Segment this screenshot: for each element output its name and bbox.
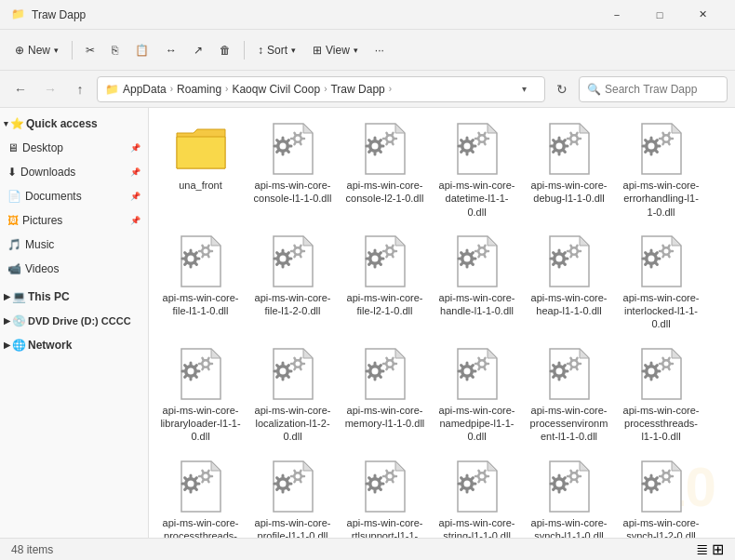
dll-svg (270, 460, 316, 513)
svg-line-215 (207, 358, 208, 360)
dll-icon (449, 346, 505, 402)
file-item-f8[interactable]: api-ms-win-core-file-l2-1-0.dll (341, 228, 429, 337)
search-input[interactable] (605, 83, 707, 96)
svg-line-125 (300, 246, 301, 247)
sidebar-quick-access-header[interactable]: ▾ ⭐ Quick access (0, 112, 148, 136)
file-label: api-ms-win-core-synch-l1-2-0.dll (621, 516, 702, 538)
grid-view-button[interactable]: ≣ (696, 540, 708, 558)
sidebar-music[interactable]: 🎵 Music (0, 233, 148, 257)
svg-point-83 (663, 137, 668, 141)
file-item-f17[interactable]: api-ms-win-core-processthreads-l1-1-0.dl… (617, 340, 705, 449)
paste-button[interactable]: 📋 (127, 35, 156, 65)
file-item-f3[interactable]: api-ms-win-core-datetime-l1-1-0.dll (433, 115, 521, 224)
svg-line-52 (478, 133, 479, 135)
sidebar-videos[interactable]: 📹 Videos (0, 257, 148, 281)
file-item-f7[interactable]: api-ms-win-core-file-l1-2-0.dll (248, 228, 337, 337)
file-item-f23[interactable]: api-ms-win-core-synch-l1-2-0.dll (617, 453, 705, 538)
details-view-button[interactable]: ⊞ (712, 540, 724, 558)
delete-button[interactable]: 🗑 (212, 35, 238, 65)
cut-button[interactable]: ✂ (78, 35, 102, 65)
svg-line-259 (461, 365, 462, 367)
svg-line-327 (287, 487, 288, 489)
svg-line-143 (392, 246, 393, 247)
file-item-f22[interactable]: api-ms-win-core-synch-l1-1-0.dll (525, 453, 613, 538)
file-item-f10[interactable]: api-ms-win-core-heap-l1-1-0.dll (525, 228, 613, 337)
file-item-f21[interactable]: api-ms-win-core-string-l1-1-0.dll (433, 453, 521, 538)
file-item-f16[interactable]: api-ms-win-core-processenvironment-l1-1-… (525, 340, 613, 449)
svg-line-53 (484, 133, 485, 135)
breadcrumb-kaoqw[interactable]: Kaoqw Civil Coop (232, 83, 320, 96)
svg-line-287 (576, 358, 577, 360)
sort-button[interactable]: ↕ Sort ▾ (250, 35, 303, 65)
breadcrumb-traw-dapp[interactable]: Traw Dapp (330, 83, 384, 96)
back-button[interactable]: ← (7, 76, 33, 102)
file-item-f4[interactable]: api-ms-win-core-debug-l1-1-0.dll (525, 115, 613, 224)
sidebar-thispc-header[interactable]: ▶ 💻 This PC (0, 285, 148, 309)
address-dropdown-button[interactable]: ▾ (511, 76, 537, 102)
file-item-f6[interactable]: api-ms-win-core-file-l1-1-0.dll (156, 228, 245, 337)
svg-line-305 (668, 358, 669, 360)
file-item-f11[interactable]: api-ms-win-core-interlocked-l1-1-0.dll (617, 228, 705, 337)
svg-line-113 (276, 262, 278, 264)
rename-button[interactable]: ↔ (158, 35, 184, 65)
file-item-f9[interactable]: api-ms-win-core-handle-l1-1-0.dll (433, 228, 521, 337)
forward-button[interactable]: → (37, 76, 63, 102)
file-item-f14[interactable]: api-ms-win-core-memory-l1-1-0.dll (341, 340, 429, 449)
file-item-f19[interactable]: api-ms-win-core-profile-l1-1-0.dll (248, 453, 337, 538)
svg-line-45 (471, 140, 473, 142)
share-button[interactable]: ↗ (186, 35, 210, 65)
file-item-f18[interactable]: api-ms-win-core-processthreads-l1-1-1.dl… (156, 453, 245, 538)
file-item-f15[interactable]: api-ms-win-core-namedpipe-l1-1-0.dll (433, 340, 521, 449)
file-item-f1[interactable]: api-ms-win-core-console-l1-1-0.dll (248, 115, 337, 224)
svg-line-329 (276, 487, 278, 489)
svg-line-214 (202, 358, 203, 360)
svg-line-413 (668, 471, 669, 473)
view-chevron-icon: ▾ (354, 46, 358, 55)
new-button[interactable]: ⊕ New ▾ (7, 35, 66, 65)
more-button[interactable]: ··· (368, 35, 392, 65)
svg-point-47 (479, 137, 484, 141)
sidebar-desktop[interactable]: 🖥 Desktop 📌 (0, 136, 148, 160)
dll-icon (173, 233, 229, 289)
breadcrumb-appdata[interactable]: AppData (123, 83, 167, 96)
dll-svg (178, 234, 224, 288)
file-item-f12[interactable]: api-ms-win-core-libraryloader-l1-1-0.dll (156, 340, 245, 449)
sidebar-pictures[interactable]: 🖼 Pictures 📌 (0, 208, 148, 233)
file-item-f2[interactable]: api-ms-win-core-console-l2-1-0.dll (341, 115, 429, 224)
svg-point-91 (187, 255, 194, 261)
refresh-button[interactable]: ↻ (549, 76, 575, 102)
svg-line-201 (194, 375, 196, 377)
file-item-f13[interactable]: api-ms-win-core-localization-l1-2-0.dll (248, 340, 337, 449)
svg-line-405 (655, 477, 657, 479)
breadcrumb-roaming[interactable]: Roaming (177, 83, 221, 96)
svg-line-68 (570, 142, 571, 144)
sidebar-documents[interactable]: 📄 Documents 📌 (0, 184, 148, 208)
svg-point-145 (463, 255, 470, 261)
sidebar-downloads[interactable]: ⬇ Downloads 📌 (0, 160, 148, 184)
svg-line-340 (294, 471, 295, 473)
svg-point-217 (279, 367, 286, 374)
svg-point-191 (663, 248, 668, 253)
svg-line-49 (484, 142, 485, 144)
address-path: 📁 AppData › Roaming › Kaoqw Civil Coop ›… (97, 76, 545, 102)
maximize-button[interactable]: □ (638, 0, 681, 30)
pictures-pin-icon: 📌 (130, 216, 140, 225)
svg-line-373 (484, 480, 485, 482)
dll-svg (638, 347, 685, 401)
svg-line-347 (368, 487, 370, 489)
svg-line-157 (484, 255, 485, 257)
svg-line-410 (662, 480, 663, 482)
copy-button[interactable]: ⎘ (104, 35, 126, 65)
minimize-button[interactable]: − (595, 0, 638, 30)
file-item-f20[interactable]: api-ms-win-core-rtlsupport-l1-1-0.dll (341, 453, 429, 538)
up-button[interactable]: ↑ (67, 76, 93, 102)
file-item-f5[interactable]: api-ms-win-core-errorhandling-l1-1-0.dll (617, 115, 705, 224)
file-label: una_front (179, 179, 221, 192)
dvd-icon: 💿 (12, 314, 26, 327)
file-item-una_front[interactable]: una_front (156, 115, 245, 224)
svg-line-79 (645, 140, 647, 142)
sidebar-network-header[interactable]: ▶ 🌐 Network (0, 333, 148, 357)
close-button[interactable]: ✕ (681, 0, 724, 30)
sidebar-dvd-header[interactable]: ▶ 💿 DVD Drive (D:) CCCC (0, 309, 148, 333)
view-button[interactable]: ⊞ View ▾ (305, 35, 366, 65)
